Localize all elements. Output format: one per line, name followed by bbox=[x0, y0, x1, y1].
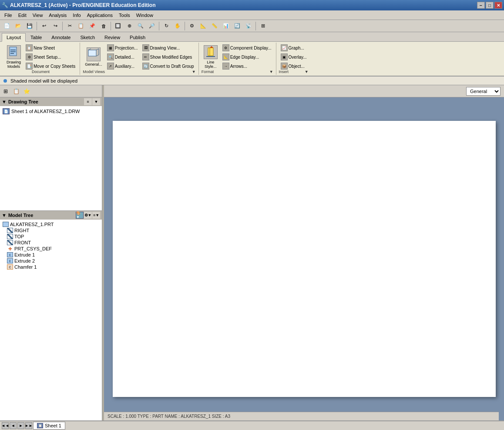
mt-csys[interactable]: ✛ PRT_CSYS_DEF bbox=[2, 246, 100, 252]
menu-analysis[interactable]: Analysis bbox=[46, 12, 69, 19]
ribbon-content: DrawingModels 📋 New Sheet ⚙ Sheet Setup.… bbox=[0, 42, 504, 77]
delete-button[interactable]: 🗑 bbox=[98, 21, 109, 31]
extra-btn-1[interactable]: ⚙ bbox=[187, 21, 197, 31]
view-toolbar: General Detailed Projection Auxiliary bbox=[104, 85, 504, 97]
tree-item-sheet1[interactable]: 📄 Sheet 1 of ALKATRESZ_1.DRW bbox=[2, 108, 100, 115]
object-label: Object... bbox=[289, 64, 305, 69]
drawing-view-icon: 🖼 bbox=[142, 44, 149, 51]
drawing-view-button[interactable]: 🖼 Drawing View... bbox=[141, 43, 196, 52]
lp-star-btn[interactable]: ⭐ bbox=[22, 87, 31, 96]
zoom-in-btn[interactable]: 🔍 bbox=[135, 21, 146, 31]
tab-publish[interactable]: Publish bbox=[125, 33, 150, 41]
lp-tree-btn[interactable]: 📋 bbox=[11, 87, 21, 96]
sheet-setup-button[interactable]: ⚙ Sheet Setup... bbox=[24, 53, 77, 61]
undo-button[interactable]: ↩ bbox=[39, 21, 49, 31]
svg-rect-9 bbox=[208, 48, 213, 56]
menu-tools[interactable]: Tools bbox=[116, 12, 133, 19]
refresh-btn[interactable]: ↻ bbox=[161, 21, 171, 31]
mt-top[interactable]: TOP bbox=[2, 233, 100, 240]
paste-button[interactable]: 📌 bbox=[87, 21, 97, 31]
drawing-tree-header[interactable]: ▼ Drawing Tree ≡ ▼ bbox=[0, 97, 102, 106]
model-views-expand[interactable]: ▼ bbox=[192, 70, 196, 74]
minimize-button[interactable]: − bbox=[477, 2, 485, 9]
extra-btn-7[interactable]: ⊞ bbox=[258, 21, 268, 31]
mt-root[interactable]: ALKATRESZ_1.PRT bbox=[2, 221, 100, 227]
zoom-out-btn[interactable]: 🔎 bbox=[147, 21, 157, 31]
arrows-button[interactable]: → Arrows... bbox=[221, 62, 273, 70]
detailed-button[interactable]: 🔍 Detailed... bbox=[105, 53, 140, 61]
save-button[interactable]: 💾 bbox=[24, 21, 35, 31]
mt-extrude1-label: Extrude 1 bbox=[14, 252, 35, 257]
component-display-button[interactable]: ⚙ Component Display... bbox=[221, 43, 273, 52]
menu-window[interactable]: Window bbox=[134, 12, 156, 19]
drawing-tree-label: Drawing Tree bbox=[8, 99, 38, 104]
extra-btn-4[interactable]: 📊 bbox=[221, 21, 231, 31]
nav-first-btn[interactable]: ◄◄ bbox=[2, 422, 9, 429]
move-copy-sheets-button[interactable]: 📑 Move or Copy Sheets bbox=[24, 62, 77, 70]
extra-btn-2[interactable]: 📐 bbox=[198, 21, 208, 31]
sheet1-label: Sheet 1 of ALKATRESZ_1.DRW bbox=[11, 109, 80, 114]
tab-layout[interactable]: Layout bbox=[2, 33, 26, 42]
show-modified-edges-button[interactable]: ✏ Show Modified Edges bbox=[141, 53, 196, 61]
drawing-tree-expand[interactable]: ▼ bbox=[92, 98, 100, 105]
nav-prev-btn[interactable]: ◄ bbox=[10, 422, 17, 429]
mt-front[interactable]: FRONT bbox=[2, 240, 100, 246]
tab-sketch[interactable]: Sketch bbox=[75, 33, 100, 41]
mt-color-btn[interactable]: 🎨▼ bbox=[76, 212, 84, 219]
drawing-view-label: Drawing View... bbox=[150, 46, 180, 50]
nav-next-btn[interactable]: ► bbox=[17, 422, 24, 429]
menu-file[interactable]: File bbox=[2, 12, 15, 19]
projection-button[interactable]: ▦ Projection... bbox=[105, 43, 140, 52]
modelviews-col1: ▦ Projection... 🔍 Detailed... ↗ Auxiliar… bbox=[105, 43, 140, 70]
close-button[interactable]: ✕ bbox=[494, 2, 502, 9]
menu-info[interactable]: Info bbox=[70, 12, 83, 19]
separator-1 bbox=[37, 22, 37, 30]
model-display-btn[interactable]: 🔲 bbox=[113, 21, 123, 31]
open-button[interactable]: 📂 bbox=[13, 21, 24, 31]
format-expand[interactable]: ▼ bbox=[269, 70, 273, 74]
chamfer1-icon: C bbox=[7, 264, 13, 270]
view-type-select[interactable]: General Detailed Projection Auxiliary bbox=[466, 87, 501, 96]
insert-expand[interactable]: ▼ bbox=[305, 70, 309, 74]
mt-settings-btn[interactable]: ≡▼ bbox=[92, 212, 100, 219]
auxiliary-button[interactable]: ↗ Auxiliary... bbox=[105, 62, 140, 70]
lp-grid-btn[interactable]: ⊞ bbox=[1, 87, 10, 96]
mt-right[interactable]: RIGHT bbox=[2, 227, 100, 233]
maximize-button[interactable]: □ bbox=[486, 2, 494, 9]
tab-table[interactable]: Table bbox=[26, 33, 47, 41]
sheet-tab-icon: 📋 bbox=[37, 423, 43, 428]
new-sheet-button[interactable]: 📋 New Sheet bbox=[24, 43, 77, 52]
model-tree-header[interactable]: ▼ Model Tree 🎨▼ ⚙▼ ≡▼ bbox=[0, 211, 102, 220]
extra-btn-5[interactable]: 🔄 bbox=[232, 21, 242, 31]
new-button[interactable]: 📄 bbox=[2, 21, 12, 31]
overlay-button[interactable]: ▣ Overlay... bbox=[279, 53, 309, 61]
ribbon-tabs: Layout Table Annotate Sketch Review Publ… bbox=[0, 32, 504, 42]
graph-button[interactable]: 📈 Graph... bbox=[279, 43, 309, 52]
extra-btn-6[interactable]: 📡 bbox=[243, 21, 254, 31]
menu-applications[interactable]: Applications bbox=[84, 12, 115, 19]
redo-button[interactable]: ↪ bbox=[50, 21, 60, 31]
drawing-models-button[interactable]: DrawingModels bbox=[4, 44, 23, 70]
menu-view[interactable]: View bbox=[30, 12, 46, 19]
extra-btn-3[interactable]: 📏 bbox=[209, 21, 220, 31]
object-button[interactable]: 📦 Object... bbox=[279, 62, 309, 70]
general-view-button[interactable]: General... bbox=[83, 46, 104, 68]
menu-edit[interactable]: Edit bbox=[16, 12, 29, 19]
cut-button[interactable]: ✂ bbox=[64, 21, 75, 31]
drawing-tree-settings[interactable]: ≡ bbox=[84, 98, 92, 105]
convert-draft-button[interactable]: 🔄 Convert to Draft Group bbox=[141, 62, 196, 70]
copy-button[interactable]: 📋 bbox=[76, 21, 86, 31]
mt-chamfer1[interactable]: C Chamfer 1 bbox=[2, 264, 100, 270]
mt-extrude2[interactable]: E Extrude 2 bbox=[2, 258, 100, 264]
orient-btn[interactable]: ⊕ bbox=[124, 21, 134, 31]
tab-annotate[interactable]: Annotate bbox=[47, 33, 75, 41]
mt-extrude1[interactable]: E Extrude 1 bbox=[2, 252, 100, 258]
pan-btn[interactable]: ✋ bbox=[172, 21, 183, 31]
edge-display-button[interactable]: 📐 Edge Display... bbox=[221, 53, 273, 61]
mt-filter-btn[interactable]: ⚙▼ bbox=[84, 212, 92, 219]
tab-review[interactable]: Review bbox=[100, 33, 125, 41]
sheet-tab-1[interactable]: 📋 Sheet 1 bbox=[33, 422, 65, 430]
nav-last-btn[interactable]: ►► bbox=[25, 422, 32, 429]
title-bar-controls[interactable]: − □ ✕ bbox=[477, 2, 502, 9]
line-style-button[interactable]: LineStyle... bbox=[202, 44, 220, 70]
